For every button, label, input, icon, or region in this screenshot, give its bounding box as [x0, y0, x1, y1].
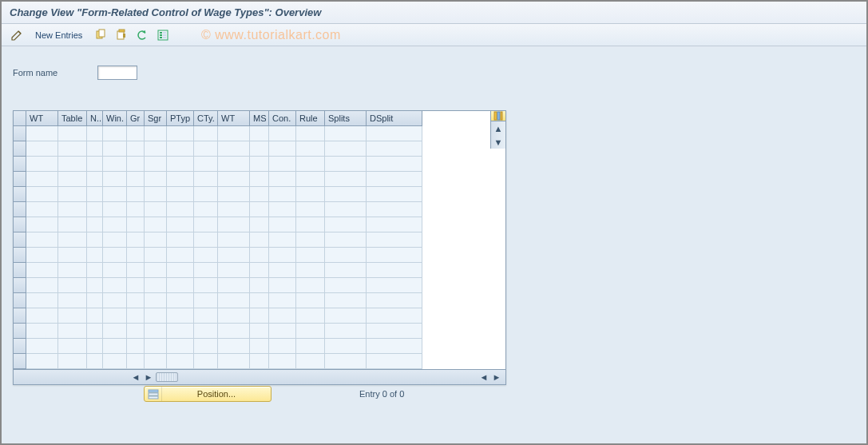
cell[interactable]: [218, 293, 250, 308]
cell[interactable]: [218, 126, 250, 141]
cell[interactable]: [269, 308, 296, 324]
cell[interactable]: [194, 324, 218, 339]
cell[interactable]: [26, 141, 58, 157]
row-selector[interactable]: [14, 248, 26, 263]
col-header[interactable]: CTy.: [194, 111, 218, 126]
row-selector[interactable]: [14, 308, 26, 324]
scroll-right-icon[interactable]: ►: [143, 371, 154, 383]
new-entries-button[interactable]: New Entries: [29, 26, 89, 43]
cell[interactable]: [103, 263, 127, 278]
cell[interactable]: [26, 248, 58, 263]
cell[interactable]: [269, 126, 296, 141]
delete-button[interactable]: [113, 26, 130, 44]
col-header[interactable]: Win.: [103, 111, 127, 126]
cell[interactable]: [103, 217, 127, 232]
cell[interactable]: [325, 202, 367, 217]
cell[interactable]: [103, 324, 127, 339]
cell[interactable]: [58, 217, 87, 232]
cell[interactable]: [58, 278, 87, 293]
cell[interactable]: [167, 293, 194, 308]
cell[interactable]: [269, 157, 296, 172]
cell[interactable]: [218, 202, 250, 217]
cell[interactable]: [325, 172, 367, 187]
table-row[interactable]: [14, 217, 490, 232]
scroll-up-icon[interactable]: ▲: [493, 123, 504, 133]
table-row[interactable]: [14, 324, 490, 339]
cell[interactable]: [127, 202, 145, 217]
cell[interactable]: [87, 232, 103, 248]
cell[interactable]: [194, 157, 218, 172]
scroll-left-end-icon[interactable]: ◄: [478, 371, 489, 383]
cell[interactable]: [87, 172, 103, 187]
cell[interactable]: [145, 232, 167, 248]
undo-button[interactable]: [133, 26, 151, 44]
cell[interactable]: [58, 157, 87, 172]
cell[interactable]: [218, 324, 250, 339]
cell[interactable]: [194, 248, 218, 263]
cell[interactable]: [367, 263, 422, 278]
scroll-down-icon[interactable]: ▼: [493, 137, 504, 147]
cell[interactable]: [167, 339, 194, 354]
cell[interactable]: [250, 354, 269, 369]
cell[interactable]: [218, 263, 250, 278]
hscroll-thumb[interactable]: [156, 372, 178, 382]
cell[interactable]: [296, 126, 325, 141]
cell[interactable]: [325, 248, 367, 263]
cell[interactable]: [127, 248, 145, 263]
cell[interactable]: [250, 141, 269, 157]
col-header[interactable]: DSplit: [367, 111, 422, 126]
cell[interactable]: [26, 187, 58, 202]
scroll-right-end-icon[interactable]: ►: [491, 371, 502, 383]
cell[interactable]: [103, 248, 127, 263]
cell[interactable]: [367, 202, 422, 217]
table-row[interactable]: [14, 248, 490, 263]
cell[interactable]: [218, 339, 250, 354]
cell[interactable]: [103, 232, 127, 248]
cell[interactable]: [325, 339, 367, 354]
cell[interactable]: [218, 157, 250, 172]
cell[interactable]: [296, 187, 325, 202]
cell[interactable]: [218, 141, 250, 157]
table-row[interactable]: [14, 232, 490, 248]
cell[interactable]: [367, 187, 422, 202]
cell[interactable]: [194, 187, 218, 202]
cell[interactable]: [127, 308, 145, 324]
cell[interactable]: [145, 217, 167, 232]
cell[interactable]: [145, 278, 167, 293]
cell[interactable]: [194, 293, 218, 308]
horizontal-scrollbar[interactable]: ◄ ► ◄ ►: [14, 369, 505, 384]
cell[interactable]: [87, 202, 103, 217]
cell[interactable]: [103, 293, 127, 308]
row-selector[interactable]: [14, 278, 26, 293]
cell[interactable]: [167, 157, 194, 172]
cell[interactable]: [218, 187, 250, 202]
cell[interactable]: [194, 263, 218, 278]
cell[interactable]: [269, 217, 296, 232]
cell[interactable]: [269, 324, 296, 339]
cell[interactable]: [103, 172, 127, 187]
cell[interactable]: [127, 172, 145, 187]
cell[interactable]: [87, 339, 103, 354]
row-selector[interactable]: [14, 263, 26, 278]
cell[interactable]: [167, 263, 194, 278]
cell[interactable]: [145, 202, 167, 217]
cell[interactable]: [269, 202, 296, 217]
table-row[interactable]: [14, 126, 490, 141]
cell[interactable]: [250, 157, 269, 172]
cell[interactable]: [250, 324, 269, 339]
cell[interactable]: [58, 354, 87, 369]
col-header[interactable]: Splits: [325, 111, 367, 126]
cell[interactable]: [167, 187, 194, 202]
col-header[interactable]: MS: [250, 111, 269, 126]
cell[interactable]: [218, 172, 250, 187]
cell[interactable]: [26, 157, 58, 172]
cell[interactable]: [296, 217, 325, 232]
cell[interactable]: [145, 126, 167, 141]
cell[interactable]: [58, 324, 87, 339]
table-row[interactable]: [14, 141, 490, 157]
cell[interactable]: [58, 172, 87, 187]
table-row[interactable]: [14, 339, 490, 354]
cell[interactable]: [26, 324, 58, 339]
cell[interactable]: [103, 202, 127, 217]
cell[interactable]: [367, 339, 422, 354]
